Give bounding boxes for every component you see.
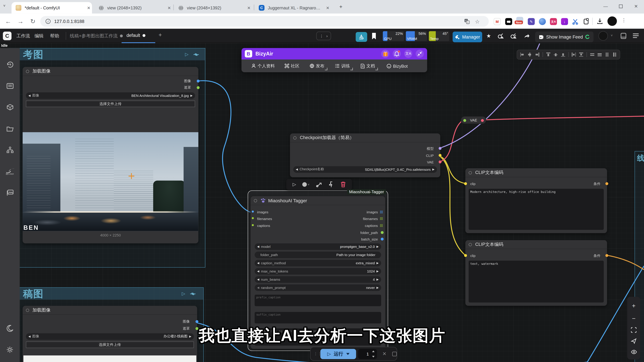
star-icon[interactable]: ★ [486, 33, 491, 39]
browser-tab[interactable]: *default - ComfyUI ✕ [12, 2, 92, 13]
upload-button[interactable]: 选择文件上传 [26, 100, 195, 107]
output-filenames-grid-icon[interactable] [380, 217, 383, 220]
comfyui-logo-icon[interactable]: C [3, 32, 12, 40]
batch-count-input[interactable]: 1 [358, 349, 377, 359]
output-dot[interactable] [481, 119, 484, 122]
node-map-icon[interactable] [2, 142, 17, 157]
pin-icon[interactable] [329, 181, 334, 188]
clipboard-extension-icon[interactable] [583, 18, 589, 25]
reload-icon[interactable]: ↻ [28, 17, 38, 25]
visibility-icon[interactable] [630, 350, 637, 354]
scissors-extension-icon[interactable] [572, 18, 579, 25]
output-cond-dot[interactable] [606, 254, 608, 257]
tab-close-icon[interactable]: ✕ [166, 5, 172, 10]
stretch-h-icon[interactable] [590, 52, 594, 56]
num-beams-widget[interactable]: ◀num_beams4▶ [254, 276, 381, 283]
color-circle-icon[interactable]: ˅ [302, 182, 310, 187]
zoom-out-icon[interactable]: − [632, 315, 636, 322]
workflow-tab-active[interactable]: default [126, 33, 146, 38]
vacuum-icon[interactable] [497, 32, 504, 40]
site-info-icon[interactable]: i [46, 19, 50, 24]
browser-tab[interactable]: C Juggernaut XL - Ragnarok_b ✕ [256, 2, 331, 13]
collapse-panel-icon[interactable] [416, 50, 424, 58]
output-image-dot[interactable] [196, 320, 198, 323]
collapse-dot[interactable] [254, 199, 257, 202]
max-new-tokens-widget[interactable]: ◀max_new_tokens1024▶ [254, 268, 381, 275]
align-middle-v-icon[interactable] [554, 52, 558, 56]
output-model-dot[interactable] [439, 147, 442, 150]
align-bottom-icon[interactable] [561, 52, 565, 56]
prefix-caption-textarea[interactable]: prefix_caption [254, 295, 381, 306]
output-captions-grid-icon[interactable] [380, 224, 383, 227]
stop-icon[interactable] [392, 352, 397, 356]
dark-extension-icon[interactable] [505, 18, 512, 25]
output-folder-path-dot[interactable] [381, 231, 384, 234]
align-left-icon[interactable] [520, 52, 524, 56]
blue-extension-icon[interactable] [539, 18, 546, 25]
group-pin-icon[interactable] [190, 291, 196, 296]
input-filenames-dot[interactable] [252, 217, 254, 219]
translate-extension-icon[interactable]: 文A [550, 18, 557, 25]
profile-avatar[interactable] [608, 16, 617, 26]
gift-icon[interactable] [381, 50, 390, 58]
avatar-chevron-icon[interactable]: ˅ [611, 34, 613, 37]
browser-tab[interactable]: view (2048×1392) ✕ [94, 2, 172, 13]
window-close-icon[interactable]: ✕ [634, 4, 638, 9]
gallery-icon[interactable] [2, 185, 17, 200]
output-batch-size-dot[interactable] [381, 238, 384, 241]
bizyair-menu-profile[interactable]: 个人资料 [252, 63, 275, 69]
bypass-icon[interactable] [316, 182, 322, 187]
image-preview[interactable]: BEN [23, 132, 198, 231]
tab-search-chevron-icon[interactable]: ˅ [3, 4, 6, 8]
zoom-in-icon[interactable]: + [632, 302, 636, 309]
collapse-dot[interactable] [26, 308, 29, 312]
output-image-dot[interactable] [197, 80, 200, 82]
hamburger-menu-icon[interactable] [632, 33, 639, 38]
checkpoint-name-widget[interactable]: ◀Checkpoint名称 SDXL\(Billus)CKPT_0.4C_Pro… [293, 166, 437, 173]
input-clip-dot[interactable] [464, 182, 467, 185]
align-right-icon[interactable] [535, 52, 539, 56]
panel-toggle-icon[interactable] [620, 32, 627, 39]
menu-edit[interactable]: 编辑 [33, 33, 45, 39]
bookmark-tab-icon[interactable] [371, 32, 377, 40]
output-mask-dot[interactable] [197, 86, 200, 89]
run-button[interactable]: ▷运行 [320, 349, 356, 359]
stretch-v-icon[interactable] [605, 52, 609, 56]
bizyair-menu-bizybot[interactable]: BizyBot [386, 63, 408, 68]
new-workflow-button[interactable]: + [158, 32, 162, 38]
collapse-dot[interactable] [26, 69, 29, 73]
notes-extension-icon[interactable]: ✎ [528, 18, 535, 25]
fit-view-icon[interactable] [631, 327, 636, 333]
input-clip-dot[interactable] [464, 254, 467, 257]
output-clip-dot[interactable] [439, 154, 442, 157]
align-center-h-icon[interactable] [528, 52, 532, 56]
collapse-dot[interactable] [468, 243, 472, 246]
workflows-icon[interactable] [2, 121, 17, 136]
run-options-chevron-icon[interactable] [346, 353, 349, 355]
new-tab-button[interactable]: + [337, 3, 345, 11]
stretch-wide-icon[interactable] [598, 52, 602, 56]
drag-handle[interactable]: ⋮⋮ [314, 353, 318, 355]
window-minimize-icon[interactable]: — [604, 4, 608, 8]
model-widget[interactable]: ◀modelpromptgen_base_v2.0▶ [254, 243, 381, 250]
prompt-textarea[interactable]: text, watermark [468, 261, 604, 303]
caption-method-widget[interactable]: ◀caption_methodextra_mixed▶ [254, 260, 381, 266]
forward-icon[interactable]: → [16, 17, 26, 25]
bizyair-menu-community[interactable]: 社区 [284, 63, 299, 69]
output-cond-dot[interactable] [606, 182, 608, 185]
node-clip-text-encode-positive[interactable]: CLIP文本编码 clip 条件 Modern architecture, hi… [466, 168, 607, 233]
browser-menu-icon[interactable]: ⋮ [621, 17, 626, 23]
language-icon[interactable]: 文A [404, 50, 412, 58]
history-icon[interactable] [2, 57, 17, 72]
align-top-icon[interactable] [546, 52, 550, 56]
workflow-tab-inactive[interactable]: 线稿+参考图出图工作流 [70, 33, 123, 39]
input-images-dot[interactable] [252, 211, 254, 213]
spinner-down-icon[interactable] [372, 356, 375, 357]
gmail-extension-icon[interactable]: M [494, 18, 501, 25]
sd-ppp-icon[interactable]: SD PPP [2, 164, 17, 178]
menu-help[interactable]: 帮助 [48, 33, 61, 39]
output-vae-dot[interactable] [439, 161, 442, 163]
node-vae-reroute[interactable]: VAE [461, 116, 486, 124]
stretch-tall-icon[interactable] [612, 52, 616, 56]
pan-mode-icon[interactable] [631, 338, 636, 344]
